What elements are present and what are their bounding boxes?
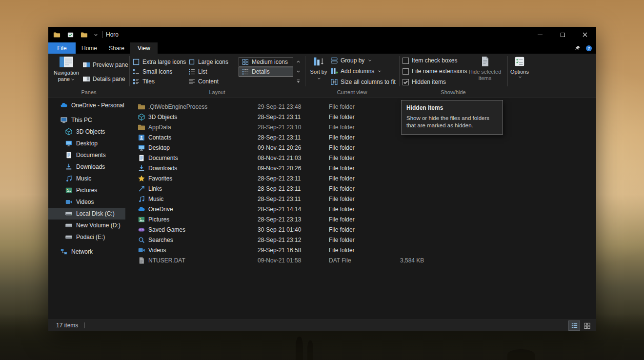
desktop-icon: [138, 144, 145, 152]
file-row-desktop[interactable]: Desktop 09-Nov-21 20:26 File folder: [125, 142, 596, 153]
chevron-down-icon: [518, 75, 522, 79]
file-row-onedrive[interactable]: OneDrive 28-Sep-21 14:14 File folder: [125, 204, 596, 214]
preview-pane-button[interactable]: Preview pane: [82, 60, 128, 69]
sidebar-item-local-disk-c[interactable]: Local Disk (C:): [48, 208, 125, 220]
svg-text:?: ?: [587, 46, 590, 51]
file-row-links[interactable]: Links 28-Sep-21 23:11 File folder: [125, 183, 596, 194]
hidden-items-checkbox[interactable]: Hidden items: [402, 78, 446, 86]
sidebar-item-pictures[interactable]: Pictures: [48, 184, 125, 196]
qat-customize-chevron-icon[interactable]: [94, 33, 98, 37]
file-row-contacts[interactable]: Contacts 28-Sep-21 23:11 File folder: [125, 132, 596, 142]
file-row-music[interactable]: Music 28-Sep-21 23:11 File folder: [125, 194, 596, 204]
details-view-toggle[interactable]: [569, 321, 580, 330]
file-row-searches[interactable]: Searches 28-Sep-21 23:12 File folder: [125, 235, 596, 245]
file-row-downloads[interactable]: Downloads 09-Nov-21 20:26 File folder: [125, 163, 596, 173]
music-icon: [65, 175, 73, 182]
wallpaper-silhouette: [307, 340, 313, 360]
details-pane-button[interactable]: Details pane: [82, 75, 125, 83]
help-icon[interactable]: ?: [585, 45, 592, 52]
layout-tiles[interactable]: Tiles: [132, 77, 155, 86]
cube-icon: [138, 113, 145, 121]
minimize-icon: [538, 35, 543, 35]
navigation-pane-icon: [59, 56, 74, 68]
chevron-down-icon: [368, 59, 372, 62]
games-icon: [138, 226, 145, 234]
layout-large-icons[interactable]: Large icons: [188, 58, 228, 66]
network-icon: [60, 248, 68, 256]
pc-icon: [60, 116, 68, 124]
tab-file[interactable]: File: [48, 42, 76, 54]
layout-extra-large-icons[interactable]: Extra large icons: [132, 58, 186, 66]
sidebar-item-3d-objects[interactable]: 3D Objects: [48, 126, 125, 138]
video-icon: [65, 198, 73, 206]
group-by-icon: [330, 57, 338, 64]
layout-list[interactable]: List: [188, 67, 207, 76]
navigation-pane-button[interactable]: Navigation pane: [52, 56, 80, 82]
sort-by-button[interactable]: Sort by: [308, 56, 329, 81]
file-row-favorites[interactable]: Favorites 28-Sep-21 23:11 File folder: [125, 173, 596, 183]
sidebar-item-onedrive-personal[interactable]: OneDrive - Personal: [48, 100, 125, 111]
tab-home[interactable]: Home: [76, 42, 103, 54]
sidebar-item-videos[interactable]: Videos: [48, 196, 125, 208]
window-controls: [529, 27, 596, 42]
ribbon-tab-bar: File Home Share View ?: [48, 42, 596, 54]
file-row-saved-games[interactable]: Saved Games 30-Sep-21 01:40 File folder: [125, 224, 596, 235]
minimize-button[interactable]: [529, 27, 551, 42]
file-row-pictures[interactable]: Pictures 28-Sep-21 23:13 File folder: [125, 214, 596, 224]
chevron-down-icon: [317, 77, 321, 80]
tab-view[interactable]: View: [130, 42, 158, 54]
layout-gallery-down-button[interactable]: [295, 67, 302, 76]
layout-gallery-more-button[interactable]: [295, 77, 302, 85]
tooltip-body: Show or hide the files and folders that …: [406, 115, 498, 129]
sidebar-item-podaci-e[interactable]: Podaci (E:): [48, 231, 125, 243]
small-icons-icon: [132, 68, 140, 76]
list-icon: [188, 68, 196, 76]
file-row-ntuser-dat[interactable]: NTUSER.DAT 09-Nov-21 01:58 DAT File 3,58…: [125, 255, 596, 265]
disk-icon: [65, 210, 73, 218]
window-title: Horo: [106, 31, 119, 38]
item-check-boxes-checkbox[interactable]: Item check boxes: [402, 56, 457, 65]
sidebar-item-desktop[interactable]: Desktop: [48, 138, 125, 149]
maximize-button[interactable]: [551, 27, 574, 42]
file-row-3d-objects[interactable]: 3D Objects 28-Sep-21 23:11 File folder: [125, 112, 596, 122]
layout-small-icons[interactable]: Small icons: [132, 67, 172, 76]
thumbnails-view-toggle[interactable]: [582, 321, 592, 330]
disk-icon: [65, 221, 73, 229]
sidebar-item-new-volume-d[interactable]: New Volume (D:): [48, 220, 125, 231]
sidebar-item-documents[interactable]: Documents: [48, 149, 125, 161]
add-columns-icon: [330, 67, 338, 75]
qat-properties-icon[interactable]: [66, 31, 75, 39]
qat-new-folder-icon[interactable]: [80, 31, 88, 39]
file-name-extensions-checkbox[interactable]: File name extensions: [402, 67, 467, 76]
sidebar-item-this-pc[interactable]: This PC: [48, 114, 125, 126]
details-pane-icon: [82, 75, 90, 83]
checkbox-checked-icon: [402, 79, 409, 85]
current-view-group-label: Current view: [305, 89, 399, 97]
sidebar-item-downloads[interactable]: Downloads: [48, 161, 125, 173]
wallpaper-silhouette: [296, 337, 303, 360]
file-row-documents[interactable]: Documents 08-Nov-21 21:03 File folder: [125, 153, 596, 163]
layout-medium-icons[interactable]: Medium icons: [239, 57, 293, 67]
options-icon: [514, 56, 525, 67]
file-row-appdata[interactable]: AppData 28-Sep-21 23:10 File folder: [125, 122, 596, 132]
size-all-columns-button[interactable]: Size all columns to fit: [330, 78, 396, 86]
pin-ribbon-icon[interactable]: [575, 45, 581, 51]
sidebar-item-network[interactable]: Network: [48, 246, 125, 258]
group-by-button[interactable]: Group by: [330, 56, 372, 65]
hide-selected-items-button[interactable]: Hide selected items: [468, 56, 502, 81]
sidebar-item-music[interactable]: Music: [48, 173, 125, 184]
layout-gallery-up-button[interactable]: [295, 57, 302, 66]
contacts-icon: [138, 134, 145, 141]
options-button[interactable]: Options: [505, 56, 534, 79]
titlebar-separator: [102, 31, 103, 38]
close-button[interactable]: [574, 27, 596, 42]
add-columns-button[interactable]: Add columns: [330, 67, 382, 76]
layout-content[interactable]: Content: [188, 77, 219, 86]
tab-share[interactable]: Share: [103, 42, 130, 54]
extra-large-icons-icon: [132, 58, 140, 66]
large-icons-icon: [188, 58, 196, 66]
file-row-videos[interactable]: Videos 29-Sep-21 16:58 File folder: [125, 245, 596, 255]
hide-selected-items-icon: [479, 56, 491, 67]
layout-details-selected[interactable]: Details: [239, 67, 293, 77]
file-row-qtwebengineprocess[interactable]: .QtWebEngineProcess 29-Sep-21 23:48 File…: [125, 101, 596, 112]
